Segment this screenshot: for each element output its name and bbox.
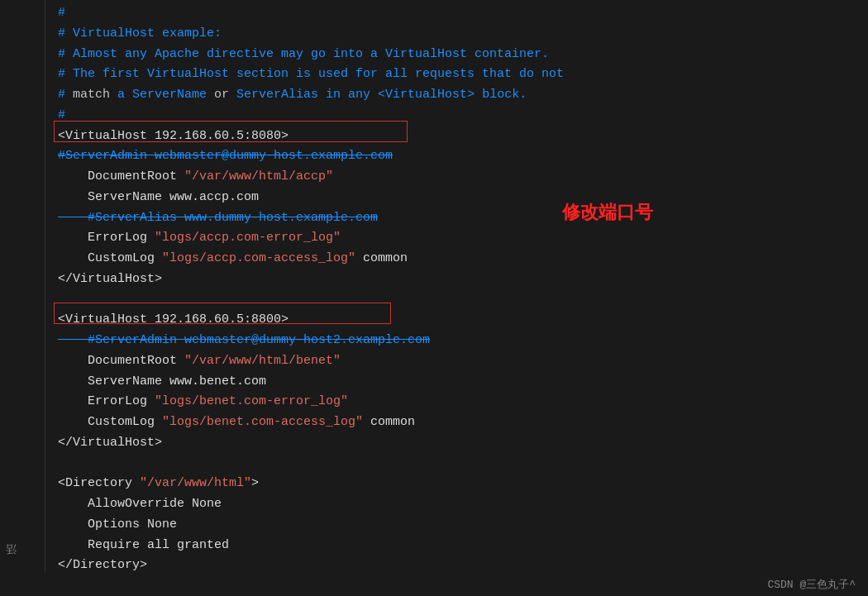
code-line-23 <box>50 454 868 474</box>
editor-container: 活 # # VirtualHost example: # Almost any … <box>0 0 868 596</box>
code-line-9: DocumentRoot "/var/www/html/accp" <box>50 167 868 188</box>
code-line-7: <VirtualHost 192.168.60.5:8080> <box>50 126 868 147</box>
code-line-14: </VirtualHost> <box>50 269 868 290</box>
footer-text: CSDN @三色丸子^ <box>767 577 856 592</box>
code-line-2: # VirtualHost example: <box>50 24 868 45</box>
code-line-22: </VirtualHost> <box>50 433 868 454</box>
code-line-26: Options None <box>50 515 868 536</box>
code-line-17: #ServerAdmin webmaster@dummy-host2.examp… <box>50 331 868 351</box>
code-line-8: #ServerAdmin webmaster@dummy-host.exampl… <box>50 146 868 167</box>
code-line-18: DocumentRoot "/var/www/html/benet" <box>50 351 868 372</box>
code-line-11: #ServerAlias www.dummy-host.example.com <box>50 208 868 229</box>
code-line-5: # match a ServerName or ServerAlias in a… <box>50 85 868 106</box>
code-line-19: ServerName www.benet.com <box>50 372 868 393</box>
code-line-3: # Almost any Apache directive may go int… <box>50 45 868 65</box>
code-line-24: <Directory "/var/www/html"> <box>50 474 868 494</box>
code-line-15 <box>50 290 868 311</box>
code-line-6: # <box>50 106 868 126</box>
bottom-bar: CSDN @三色丸子^ <box>0 573 868 596</box>
code-line-13: CustomLog "logs/accp.com-access_log" com… <box>50 249 868 269</box>
code-line-10: ServerName www.accp.com <box>50 188 868 208</box>
code-line-21: CustomLog "logs/benet.com-access_log" co… <box>50 412 868 433</box>
code-line-27: Require all granted <box>50 536 868 556</box>
code-line-12: ErrorLog "logs/accp.com-error_log" <box>50 228 868 249</box>
code-line-4: # The first VirtualHost section is used … <box>50 64 868 85</box>
code-line-1: # <box>50 3 868 24</box>
code-line-25: AllowOverride None <box>50 494 868 515</box>
code-area: # # VirtualHost example: # Almost any Ap… <box>0 0 868 579</box>
code-line-16: <VirtualHost 192.168.60.5:8800> <box>50 310 868 331</box>
code-line-20: ErrorLog "logs/benet.com-error_log" <box>50 392 868 412</box>
